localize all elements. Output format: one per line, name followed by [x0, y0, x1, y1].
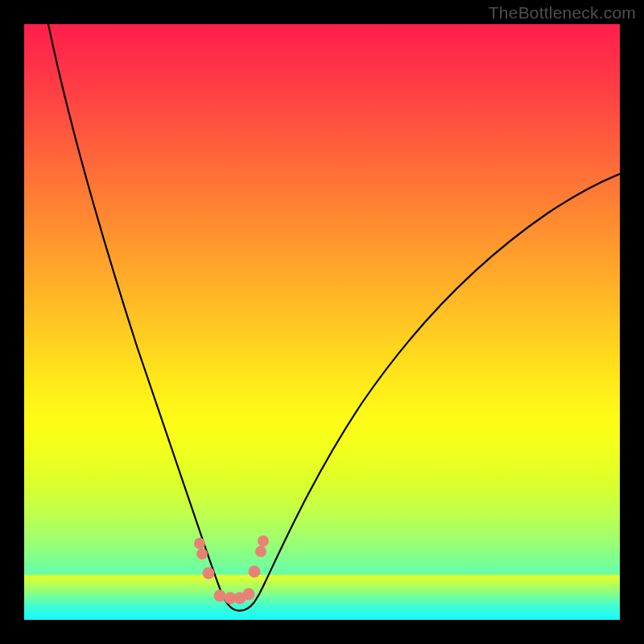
- svg-point-2: [258, 535, 269, 547]
- watermark-text: TheBottleneck.com: [489, 3, 636, 23]
- curve-right-branch: [264, 174, 620, 584]
- svg-point-3: [255, 546, 266, 557]
- svg-point-0: [194, 538, 205, 549]
- marker-valley-1: [214, 590, 226, 602]
- chart-frame: TheBottleneck.com: [0, 0, 644, 644]
- bottleneck-curve: [24, 24, 620, 620]
- marker-valley-4: [243, 588, 255, 601]
- marker-left-lower: [203, 568, 215, 580]
- marker-right-upper-double: [255, 535, 269, 557]
- marker-right-lower: [249, 566, 261, 578]
- plot-area: [24, 24, 620, 620]
- svg-point-1: [196, 548, 208, 559]
- curve-left-branch: [48, 24, 221, 592]
